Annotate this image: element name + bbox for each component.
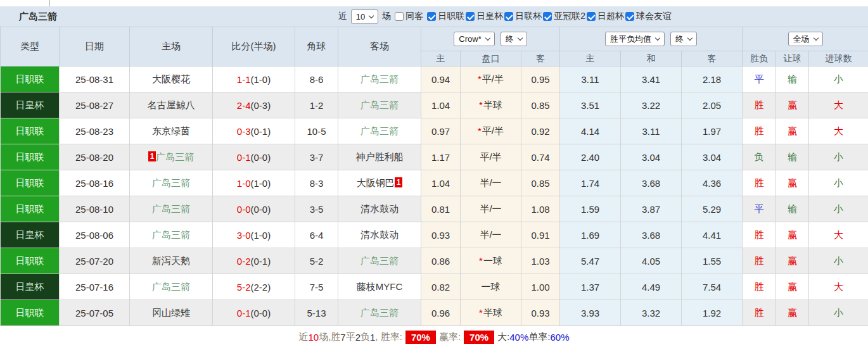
- league-filter-checkbox[interactable]: 日联杯: [504, 11, 543, 22]
- team-name-link[interactable]: 广岛三箭: [361, 99, 399, 110]
- page-top-strip: [0, 0, 868, 6]
- star-icon: *: [478, 125, 482, 136]
- team-name-link[interactable]: 名古屋鲸八: [148, 99, 195, 110]
- team-name-link[interactable]: 新泻天鹅: [152, 255, 190, 266]
- opponent-team-cell: 东京绿茵: [130, 118, 213, 144]
- handicap-line: *平/半: [461, 118, 521, 144]
- league-badge: 日职联: [1, 118, 60, 144]
- team-name-link[interactable]: 广岛三箭: [152, 177, 190, 188]
- result-handicap: 输: [776, 144, 809, 170]
- same-away-checkbox[interactable]: 同客: [395, 11, 424, 22]
- league-badge: 日职联: [1, 66, 60, 92]
- result-goals: 小: [809, 66, 868, 92]
- stats-text: 2: [355, 332, 361, 343]
- league-filter-label[interactable]: 日皇杯: [476, 11, 503, 22]
- team-name-link[interactable]: 广岛三箭: [152, 229, 190, 240]
- team-name-link[interactable]: 大阪樱花: [152, 73, 190, 84]
- subheader-outcome: 胜负: [743, 51, 776, 66]
- handicap-line: *一球: [461, 248, 521, 274]
- league-filter-label[interactable]: 日联杯: [515, 11, 542, 22]
- league-filter-checkbox[interactable]: 日职联: [427, 11, 466, 22]
- europe-period-select[interactable]: 终: [670, 32, 697, 46]
- col-header-away: 客场: [338, 27, 421, 66]
- asia-period-select[interactable]: 终: [501, 32, 527, 46]
- checkbox-checked-icon[interactable]: [504, 12, 513, 21]
- team-name-link[interactable]: 冈山绿雉: [152, 307, 190, 318]
- team-name-link[interactable]: 神户胜利船: [356, 151, 404, 162]
- bookmaker-select[interactable]: Crow*: [454, 32, 494, 46]
- checkbox-checked-icon[interactable]: [543, 12, 552, 21]
- league-filter-label[interactable]: 球会友谊: [636, 11, 672, 22]
- match-row: 日职联25-08-23东京绿茵0-3(0-1)10-5广岛三箭0.97*平/半0…: [1, 118, 868, 144]
- result-group: 全场: [743, 27, 868, 51]
- league-filter-checkbox[interactable]: 日皇杯: [466, 11, 504, 22]
- result-scope-select[interactable]: 全场: [788, 32, 823, 46]
- handicap-away-odds: 0.92: [521, 118, 560, 144]
- focus-team-cell: 广岛三箭: [130, 170, 213, 196]
- odds-home-win: 4.14: [560, 118, 621, 144]
- stats-text: 场,胜: [319, 331, 340, 343]
- checkbox-checked-icon[interactable]: [587, 12, 596, 21]
- handicap-home-odds: 1.04: [421, 92, 461, 118]
- focus-team-cell: 1广岛三箭: [130, 144, 213, 170]
- stats-text: 40%: [509, 332, 528, 343]
- league-filter-checkbox[interactable]: 球会友谊: [625, 11, 673, 22]
- team-name-link[interactable]: 广岛三箭: [361, 125, 399, 136]
- fulltime-score: 0-1: [237, 152, 251, 163]
- score-cell: 1-0(1-0): [213, 170, 295, 196]
- star-icon: *: [479, 307, 483, 318]
- recent-count-select[interactable]: 10: [351, 9, 378, 24]
- league-filter-label[interactable]: 亚冠联2: [554, 11, 585, 22]
- chevron-down-icon: [485, 35, 490, 41]
- fulltime-score: 1-0: [237, 178, 251, 189]
- team-name-link[interactable]: 广岛三箭: [156, 151, 194, 162]
- halftime-score: (1-0): [251, 230, 271, 241]
- matches-label: 场: [382, 11, 391, 22]
- checkbox-checked-icon[interactable]: [427, 12, 436, 21]
- team-name-link[interactable]: 清水鼓动: [361, 203, 399, 214]
- score-cell: 5-2(2-2): [213, 274, 295, 300]
- odds-home-win: 5.47: [560, 248, 621, 274]
- league-filter-label[interactable]: 日超杯: [597, 11, 624, 22]
- focus-team-cell: 广岛三箭: [338, 92, 421, 118]
- checkbox-unchecked-icon[interactable]: [395, 12, 404, 21]
- handicap-line: *半球: [461, 92, 521, 118]
- stats-text: 单率:: [528, 331, 550, 343]
- league-filter-checkbox[interactable]: 亚冠联2: [543, 11, 587, 22]
- wdl-odds-select[interactable]: 胜平负均值: [605, 32, 665, 46]
- halftime-score: (0-0): [251, 308, 271, 319]
- result-goals: 小: [809, 248, 868, 274]
- handicap-home-odds: 0.96: [421, 300, 461, 326]
- checkbox-checked-icon[interactable]: [625, 12, 634, 21]
- col-header-date: 日期: [60, 27, 130, 66]
- corners-cell: 5-13: [295, 300, 338, 326]
- opponent-team-cell: 清水鼓动: [338, 222, 421, 248]
- team-name-link[interactable]: 广岛三箭: [152, 203, 190, 214]
- team-name-link[interactable]: 广岛三箭: [361, 307, 399, 318]
- halftime-score: (0-1): [251, 126, 271, 137]
- team-name-link[interactable]: 东京绿茵: [152, 125, 190, 136]
- stats-text: 赢率:: [439, 331, 461, 343]
- halftime-score: (0-1): [251, 256, 271, 267]
- score-cell: 0-3(0-1): [213, 118, 295, 144]
- league-filter-label[interactable]: 日职联: [438, 11, 464, 22]
- same-away-label[interactable]: 同客: [405, 11, 423, 22]
- handicap-home-odds: 0.93: [421, 222, 461, 248]
- focus-team-cell: 广岛三箭: [130, 222, 213, 248]
- team-name-link[interactable]: 藤枝MYFC: [357, 281, 403, 292]
- team-name-link[interactable]: 广岛三箭: [361, 73, 399, 84]
- checkbox-checked-icon[interactable]: [466, 12, 475, 21]
- match-row: 日职联25-08-201广岛三箭0-1(0-0)3-7神户胜利船1.17平/半0…: [1, 144, 868, 170]
- toolbar-controls: 近 10 场 同客 日职联日皇杯日联杯亚冠联2日超杯球会友谊: [337, 9, 673, 24]
- result-goals: 大: [809, 222, 868, 248]
- league-filter-checkbox[interactable]: 日超杯: [587, 11, 625, 22]
- team-name-link[interactable]: 广岛三箭: [152, 281, 190, 292]
- result-outcome: 胜: [743, 274, 776, 300]
- team-name-link[interactable]: 大阪钢巴: [357, 177, 395, 188]
- match-date: 25-08-10: [60, 196, 130, 222]
- halftime-score: (0-0): [251, 204, 271, 215]
- league-badge: 日职联: [1, 144, 60, 170]
- score-cell: 3-0(1-0): [213, 222, 295, 248]
- team-name-link[interactable]: 广岛三箭: [361, 255, 399, 266]
- team-name-link[interactable]: 清水鼓动: [361, 229, 399, 240]
